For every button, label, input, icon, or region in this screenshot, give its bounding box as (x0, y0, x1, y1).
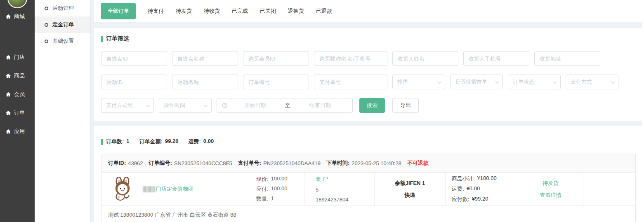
sidebar-item-store[interactable]: 门店 (0, 48, 35, 66)
orders-count-value: 1 (126, 138, 129, 145)
sidebar-item-label: 应用 (14, 128, 25, 135)
first-order-select[interactable]: 是否搜索首单 (450, 75, 503, 89)
status-cell: 待发货 查看详情 (518, 173, 583, 206)
submenu-item-label: 基础设置 (52, 37, 74, 45)
app-logo[interactable] (7, 0, 27, 8)
date-end-placeholder: 结束日期 (293, 102, 348, 109)
tab-returns[interactable]: 退换货 (288, 7, 304, 15)
select-placeholder: 支付方式 (571, 78, 592, 86)
pickup-point-name-input[interactable] (172, 51, 238, 66)
order-sn-input[interactable] (243, 75, 309, 89)
sidebar-item-apps[interactable]: 应用 (0, 122, 35, 140)
order-card-header: 订单ID: 43962 订单编号: SN2305251040CCC8F5 支付单… (101, 154, 635, 173)
consignee-name-input[interactable] (392, 51, 458, 66)
order-status-select[interactable]: 订单状态 (508, 75, 561, 89)
select-placeholder: 操作时间 (164, 102, 185, 109)
order-row: 门店定金阶梯团 现价: 100.00 应付: 100.00 (101, 173, 635, 206)
payment-method-select[interactable]: 支付方式 (566, 75, 618, 89)
payment-sn-input[interactable] (314, 75, 387, 89)
tab-pending-receipt[interactable]: 待收货 (204, 7, 220, 15)
circle-icon (45, 23, 48, 27)
sidebar-item-orders[interactable]: 订单 (0, 103, 35, 122)
totals-cell: 商品小计: ¥100.00 运费: ¥0.00 应付款: ¥99.20 (445, 173, 518, 206)
order-sn-value: SN2305251040CCC8F5 (174, 160, 232, 166)
chevron-down-icon (204, 103, 208, 107)
main-content: 全部订单 待支付 待发货 待收货 已完成 已关闭 退换货 已退款 订单筛选 (91, 0, 644, 222)
buyer-nickname-name-phone-input[interactable] (314, 51, 387, 66)
freight-value: ¥0.00 (467, 185, 480, 193)
tab-completed[interactable]: 已完成 (232, 7, 248, 15)
secondary-sidebar: 活动管理 定金订单 基础设置 (35, 0, 91, 222)
price-label: 现价: (256, 175, 269, 183)
panel-gap (94, 121, 644, 126)
chevron-down-icon (437, 79, 441, 84)
tab-refunded[interactable]: 已退款 (316, 7, 332, 15)
chevron-down-icon (146, 103, 150, 107)
date-start-placeholder: 开始日期 (228, 102, 283, 109)
circle-icon (45, 40, 48, 43)
tab-all-orders[interactable]: 全部订单 (101, 3, 136, 19)
orders-amount-label: 订单金额: (139, 138, 163, 145)
order-card: 订单ID: 43962 订单编号: SN2305251040CCC8F5 支付单… (101, 154, 636, 222)
redacted-text (143, 186, 155, 192)
activity-id-input[interactable] (101, 75, 167, 89)
product-name-text: 门店定金阶梯团 (156, 185, 193, 193)
buyer-member-id-input[interactable] (243, 51, 309, 66)
scrollbar-track[interactable] (642, 0, 644, 222)
sidebar-item-mall[interactable]: 商城 (0, 12, 35, 21)
clock-icon (222, 103, 228, 108)
price-cell: 现价: 100.00 应付: 100.00 数量: 1 (249, 173, 304, 206)
chevron-down-icon (553, 79, 557, 84)
export-button[interactable]: 导出 (392, 98, 419, 113)
tab-closed[interactable]: 已关闭 (260, 7, 276, 15)
sidebar-item-members[interactable]: 会员 (0, 85, 35, 103)
orders-freight: 运费: 0.00 (188, 138, 214, 145)
sidebar-item-label: 商城 (14, 13, 25, 20)
operation-time-select[interactable]: 操作时间 (159, 98, 212, 113)
submenu-item-deposit-orders[interactable]: 定金订单 (35, 16, 90, 33)
date-range-picker[interactable]: 开始日期 至 结束日期 (217, 98, 353, 113)
order-time-value: 2023-05-25 10:40:28 (351, 160, 401, 166)
payment-method-group-select[interactable]: 支付方式组 (101, 98, 154, 113)
orders-freight-value: 0.00 (203, 138, 214, 145)
filter-section-title: 订单筛选 (101, 35, 636, 42)
shipping-address-row: 测试 13800123800 广东省 广州市 白云区 黄石街道 88 (101, 206, 635, 222)
pickup-point-id-input[interactable] (101, 51, 167, 66)
buyer-phone: 18924237804 (316, 196, 374, 203)
tab-pending-payment[interactable]: 待支付 (148, 7, 164, 15)
activity-name-input[interactable] (172, 75, 238, 89)
select-placeholder: 支付方式组 (106, 102, 133, 109)
filter-row-1 (101, 51, 636, 66)
tab-pending-shipment[interactable]: 待发货 (176, 7, 192, 15)
orders-amount-value: 99.20 (165, 138, 179, 145)
chevron-down-icon (495, 79, 499, 84)
price-value: 100.00 (271, 175, 288, 183)
select-placeholder: 排序 (397, 78, 408, 86)
quantity-value: 1 (271, 195, 274, 203)
product-name[interactable]: 门店定金阶梯团 (143, 185, 193, 193)
buyer-name[interactable]: 栗子* (316, 175, 374, 183)
freight-label: 运费: (452, 185, 464, 193)
home-icon (5, 73, 11, 79)
search-button[interactable]: 搜索 (359, 98, 385, 113)
order-filter-panel: 订单筛选 排序 是否搜索首 (94, 28, 644, 121)
payable-label: 应付款: (452, 196, 469, 203)
submenu-item-basic-settings[interactable]: 基础设置 (35, 33, 90, 49)
select-placeholder: 是否搜索首单 (455, 78, 487, 86)
orders-list-panel: 订单数: 1 订单金额: 99.20 运费: 0.00 订单ID: 43962 … (94, 126, 644, 222)
paid-label: 应付: (256, 185, 269, 193)
buyer-cell: 栗子* 5 18924237804 (304, 173, 374, 206)
consignee-phone-input[interactable] (463, 51, 529, 66)
select-placeholder: 订单状态 (513, 78, 534, 86)
view-details-link[interactable]: 查看详情 (540, 192, 561, 199)
submenu-item-label: 活动管理 (52, 5, 74, 12)
shipping-address-input[interactable] (534, 51, 600, 66)
filter-row-2: 排序 是否搜索首单 订单状态 支付方式 (101, 75, 636, 89)
submenu-item-label: 定金订单 (52, 21, 74, 28)
product-image (111, 177, 134, 201)
sidebar-item-label: 商品 (14, 72, 25, 79)
submenu-item-activity-management[interactable]: 活动管理 (35, 0, 90, 16)
sort-select[interactable]: 排序 (392, 75, 445, 89)
sidebar-item-goods[interactable]: 商品 (0, 66, 35, 85)
filter-row-3: 支付方式组 操作时间 开始日期 至 结束日期 搜索 导出 (101, 98, 636, 113)
